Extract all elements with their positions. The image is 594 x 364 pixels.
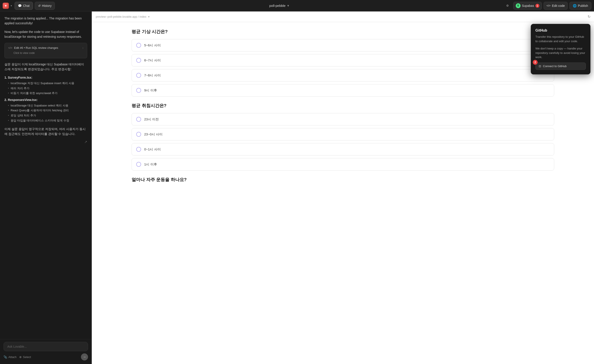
code-block-edit6[interactable]: </> Edit #6 • Run SQL review changes › C… [4, 43, 87, 58]
attach-label: Attach [8, 355, 17, 359]
radio-s1-1 [136, 43, 141, 48]
edit-code-label: Edit code [552, 4, 565, 7]
message-change-notice: 설문 응답이 이제 localStorage 대신 Supabase 데이터베이… [4, 62, 87, 72]
publish-button[interactable]: 🌐 Publish [569, 2, 591, 10]
bullet-1-3: 비동기 처리를 위한 async/await 추가 [7, 91, 87, 96]
user-menu[interactable]: S Supabas 1 [513, 2, 542, 10]
history-icon: ↺ [38, 4, 41, 7]
list-item-2-bullets: localStorage 대신 Supabase select 쿼리 사용 Re… [7, 103, 87, 123]
preview-panel: preview--poll-pebble.lovable.app / index… [92, 12, 594, 364]
github-icon: ⊡ [539, 65, 541, 68]
notification-badge: 1 [535, 4, 539, 8]
radio-s2-2 [136, 132, 141, 137]
survey-option-s1-2[interactable]: 6~7시 사이 [132, 54, 554, 66]
export-icon: ↗ [84, 140, 87, 144]
list-item-2: 2. ResponsesView.tsx: localStorage 대신 Su… [4, 98, 87, 123]
list-item-2-title: 2. ResponsesView.tsx: [4, 98, 87, 102]
bullet-2-4: 응답 타입을 데이터베이스 스키마에 맞게 수정 [7, 118, 87, 123]
survey-option-s1-1[interactable]: 5~6시 사이 [132, 39, 554, 52]
chat-label: Chat [23, 4, 30, 7]
topbar-center: poll-pebble ▾ [57, 4, 502, 8]
message-final-text: 이제 설문 응답이 영구적으로 저장되며, 여러 사용자가 동시에 접근해도 안… [4, 127, 87, 136]
radio-s2-4 [136, 162, 141, 167]
message-migration: The migration is being applied... The mi… [4, 16, 87, 26]
preview-topbar: preview--poll-pebble.lovable.app / index… [92, 12, 594, 22]
gear-icon: ⚙ [506, 4, 509, 7]
chat-panel: The migration is being applied... The mi… [0, 12, 92, 364]
code-icon: </> [8, 46, 12, 50]
survey-option-s2-2[interactable]: 23~0시 사이 [132, 128, 554, 141]
chat-input-box[interactable]: Ask Lovable... [4, 342, 88, 351]
send-button[interactable]: → [81, 353, 88, 360]
preview-refresh-button[interactable]: ↻ [587, 15, 590, 19]
github-popup-desc1: Transfer this repository to your GitHub … [535, 35, 586, 43]
bullet-1-1: localStorage 저장 대신 Supabase insert 쿼리 사용 [7, 81, 87, 86]
code-block-title: Edit #6 • Run SQL review changes [14, 46, 58, 50]
section1-title: 평균 기상 시간은? [132, 29, 554, 35]
survey-option-s1-4[interactable]: 9시 이후 [132, 84, 554, 97]
arrow-right-icon: › [82, 46, 83, 50]
list-item-1-title: 1. SurveyForm.tsx: [4, 75, 87, 80]
paperclip-icon: 📎 [4, 355, 7, 359]
refresh-icon: ↻ [587, 15, 590, 19]
github-badge: 2 [533, 60, 538, 65]
radio-s1-4 [136, 88, 141, 93]
publish-label: Publish [578, 4, 588, 7]
bullet-2-2: React Query를 사용하여 데이터 fetching 관리 [7, 108, 87, 113]
github-popup-title: GitHub [535, 28, 586, 32]
radio-s2-1 [136, 117, 141, 122]
survey-option-s2-2-text: 23~0시 사이 [144, 132, 162, 136]
settings-button[interactable]: ⚙ [504, 2, 512, 10]
globe-icon: 🌐 [573, 4, 577, 7]
edit-code-button[interactable]: </> Edit code [544, 2, 568, 10]
survey-option-s2-1[interactable]: 23시 이전 [132, 113, 554, 125]
code-block-header: </> Edit #6 • Run SQL review changes › [8, 46, 83, 50]
app-logo: ♥ [3, 3, 9, 9]
project-name: poll-pebble [269, 4, 285, 7]
send-icon: → [83, 355, 86, 359]
message-migration-text: The migration is being applied... The mi… [4, 16, 87, 26]
survey-option-s1-1-text: 5~6시 사이 [144, 43, 161, 47]
chat-messages: The migration is being applied... The mi… [0, 12, 92, 339]
heart-icon: ♥ [5, 4, 7, 7]
select-button[interactable]: ⊕ Select [19, 355, 31, 359]
chat-tab-button[interactable]: 💬 Chat [15, 2, 33, 10]
chat-input-area: Ask Lovable... 📎 Attach ⊕ Select → [0, 339, 92, 364]
main-layout: The migration is being applied... The mi… [0, 12, 594, 364]
radio-s1-2 [136, 58, 141, 63]
github-connect-wrapper: 2 ⊡ Connect to GitHub [535, 63, 586, 70]
user-avatar: S [516, 3, 520, 8]
attach-button[interactable]: 📎 Attach [4, 355, 17, 359]
message-supabase-text: Now, let's update the code to use Supaba… [4, 29, 87, 39]
bullet-1-2: 에러 처리 추가 [7, 86, 87, 91]
history-button[interactable]: ↺ History [35, 2, 55, 10]
preview-url-text: preview--poll-pebble.lovable.app / index [96, 15, 146, 18]
select-label: Select [23, 355, 31, 359]
survey-option-s1-4-text: 9시 이후 [144, 88, 157, 92]
list-item-1-bullets: localStorage 저장 대신 Supabase insert 쿼리 사용… [7, 81, 87, 96]
github-connect-label: Connect to GitHub [543, 65, 567, 68]
history-label: History [42, 4, 52, 7]
code-brackets-icon: </> [547, 4, 551, 7]
survey-option-s2-1-text: 23시 이전 [144, 117, 159, 122]
code-block-subtitle: Click to view code [14, 51, 83, 55]
github-popup: GitHub Transfer this repository to your … [531, 24, 590, 74]
export-button[interactable]: ↗ [4, 140, 87, 144]
github-connect-button[interactable]: ⊡ Connect to GitHub [535, 63, 586, 70]
bullet-2-1: localStorage 대신 Supabase select 쿼리 사용 [7, 103, 87, 108]
message-change-text: 설문 응답이 이제 localStorage 대신 Supabase 데이터베이… [4, 62, 87, 72]
preview-url: preview--poll-pebble.lovable.app / index… [95, 15, 150, 18]
radio-s1-3 [136, 73, 141, 78]
survey-content: 평균 기상 시간은? 5~6시 사이 6~7시 사이 7~8시 사이 9시 이후… [92, 22, 594, 364]
chat-input-placeholder: Ask Lovable... [7, 345, 84, 348]
survey-option-s1-3[interactable]: 7~8시 사이 [132, 69, 554, 82]
section3-title: 얼마나 자주 운동을 하나요? [132, 177, 554, 183]
survey-option-s2-3[interactable]: 0~1시 사이 [132, 143, 554, 156]
list-item-1: 1. SurveyForm.tsx: localStorage 저장 대신 Su… [4, 75, 87, 96]
message-final: 이제 설문 응답이 영구적으로 저장되며, 여러 사용자가 동시에 접근해도 안… [4, 127, 87, 136]
logo-chevron-icon: ▾ [11, 4, 12, 7]
project-chevron-icon[interactable]: ▾ [287, 4, 289, 8]
survey-option-s2-4[interactable]: 1시 이후 [132, 158, 554, 170]
user-name: Supabas [522, 4, 534, 7]
survey-option-s1-2-text: 6~7시 사이 [144, 58, 161, 63]
